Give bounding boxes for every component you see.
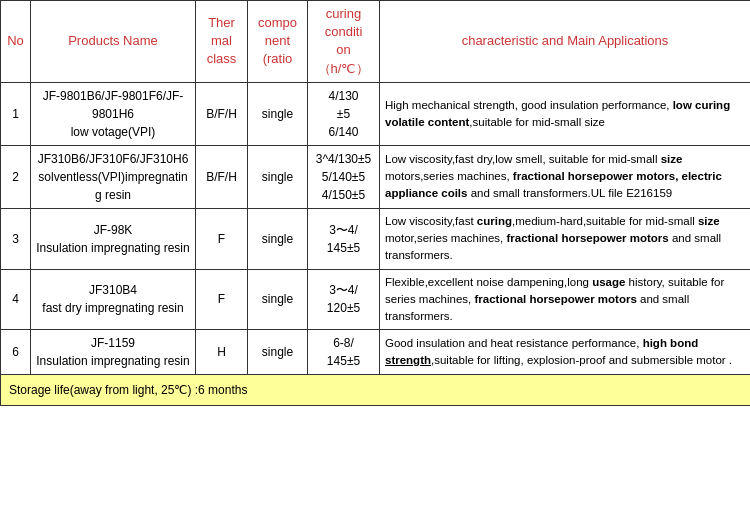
row-product-name: JF-1159Insulation impregnating resin <box>31 330 196 375</box>
row-description: Low viscosity,fast dry,low smell, suitab… <box>380 145 751 208</box>
row-description: Flexible,excellent noise dampening,long … <box>380 269 751 330</box>
row-description: High mechanical strength, good insulatio… <box>380 82 751 145</box>
row-thermal: B/F/H <box>196 145 248 208</box>
row-curing: 3^4/130±55/140±54/150±5 <box>308 145 380 208</box>
row-description: Good insulation and heat resistance perf… <box>380 330 751 375</box>
row-curing: 3〜4/145±5 <box>308 208 380 269</box>
header-curing: curingcondition（h/℃） <box>308 1 380 83</box>
row-description: Low viscosity,fast curing,medium-hard,su… <box>380 208 751 269</box>
header-component: component(ratio <box>248 1 308 83</box>
row-thermal: F <box>196 208 248 269</box>
table-row: 6 JF-1159Insulation impregnating resin H… <box>1 330 751 375</box>
table-row: 2 JF310B6/JF310F6/JF310H6solventless(VPI… <box>1 145 751 208</box>
row-no: 2 <box>1 145 31 208</box>
row-curing: 3〜4/120±5 <box>308 269 380 330</box>
row-component: single <box>248 82 308 145</box>
row-thermal: H <box>196 330 248 375</box>
table-row: 1 JF-9801B6/JF-9801F6/JF-9801H6low votag… <box>1 82 751 145</box>
row-no: 3 <box>1 208 31 269</box>
storage-text: Storage life(away from light, 25℃) :6 mo… <box>1 375 751 406</box>
header-products-name: Products Name <box>31 1 196 83</box>
header-characteristic: characteristic and Main Applications <box>380 1 751 83</box>
row-product-name: JF-9801B6/JF-9801F6/JF-9801H6low votage(… <box>31 82 196 145</box>
row-no: 4 <box>1 269 31 330</box>
row-no: 6 <box>1 330 31 375</box>
row-product-name: JF-98KInsulation impregnating resin <box>31 208 196 269</box>
row-component: single <box>248 208 308 269</box>
row-thermal: F <box>196 269 248 330</box>
table-row: 4 JF310B4fast dry impregnating resin F s… <box>1 269 751 330</box>
header-thermal: Thermalclass <box>196 1 248 83</box>
storage-row: Storage life(away from light, 25℃) :6 mo… <box>1 375 751 406</box>
row-component: single <box>248 269 308 330</box>
row-thermal: B/F/H <box>196 82 248 145</box>
row-product-name: JF310B6/JF310F6/JF310H6solventless(VPI)i… <box>31 145 196 208</box>
row-component: single <box>248 145 308 208</box>
header-no: No <box>1 1 31 83</box>
table-row: 3 JF-98KInsulation impregnating resin F … <box>1 208 751 269</box>
row-no: 1 <box>1 82 31 145</box>
row-component: single <box>248 330 308 375</box>
row-curing: 6-8/145±5 <box>308 330 380 375</box>
row-product-name: JF310B4fast dry impregnating resin <box>31 269 196 330</box>
row-curing: 4/130±56/140 <box>308 82 380 145</box>
